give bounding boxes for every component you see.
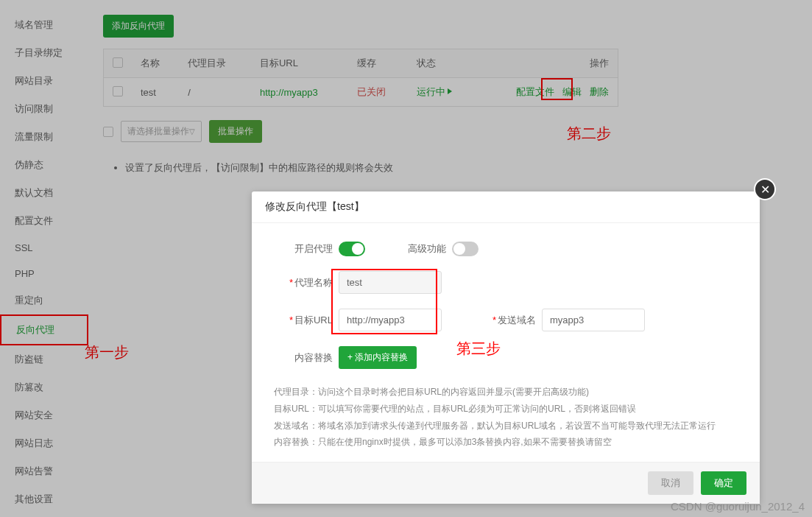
label-enable-proxy: 开启代理 bbox=[274, 242, 333, 256]
close-icon[interactable]: ✕ bbox=[754, 178, 776, 200]
input-send-domain[interactable] bbox=[542, 309, 645, 331]
input-target-url[interactable] bbox=[339, 309, 442, 331]
label-proxy-name: *代理名称 bbox=[274, 276, 333, 289]
label-advanced: 高级功能 bbox=[395, 242, 446, 256]
label-content-replace: 内容替换 bbox=[274, 351, 333, 365]
label-target-url: *目标URL bbox=[274, 314, 333, 327]
label-send-domain: *发送域名 bbox=[479, 314, 536, 327]
dialog-title: 修改反向代理【test】 bbox=[252, 191, 760, 223]
help-text: 代理目录：访问这个目录时将会把目标URL的内容返回并显示(需要开启高级功能) 目… bbox=[274, 384, 738, 451]
add-replace-button[interactable]: + 添加内容替换 bbox=[339, 346, 417, 369]
confirm-button[interactable]: 确定 bbox=[701, 471, 746, 495]
toggle-enable-proxy[interactable] bbox=[339, 242, 365, 256]
input-proxy-name[interactable] bbox=[339, 271, 442, 294]
toggle-advanced[interactable] bbox=[452, 242, 479, 256]
edit-proxy-dialog: ✕ 修改反向代理【test】 开启代理 高级功能 *代理名称 *目标URL *发… bbox=[252, 191, 760, 504]
cancel-button[interactable]: 取消 bbox=[648, 471, 693, 495]
dialog-footer: 取消 确定 bbox=[252, 462, 760, 504]
